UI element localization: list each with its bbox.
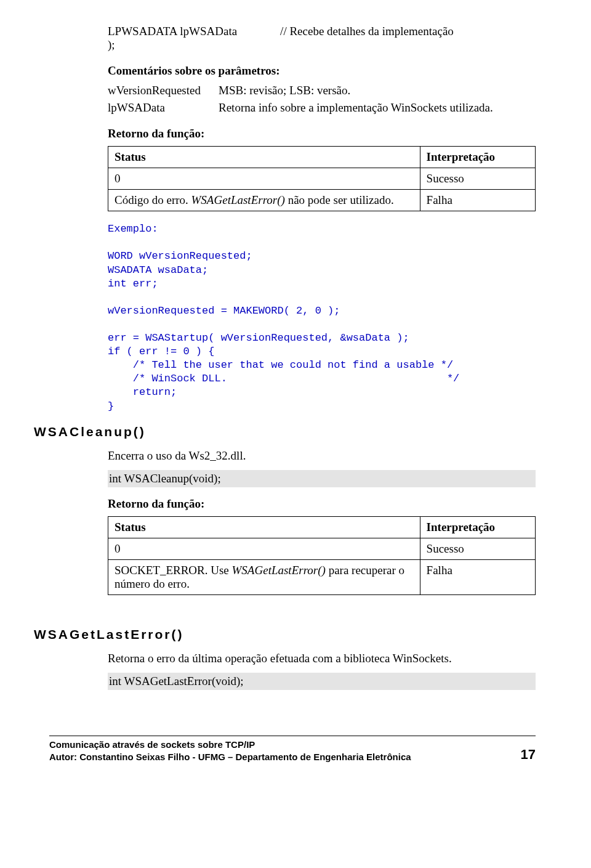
text: SOCKET_ERROR. Use — [115, 564, 232, 577]
table-cell: Falha — [420, 560, 535, 595]
text: não pode ser utilizado. — [285, 193, 394, 206]
table-header: Interpretação — [420, 517, 535, 538]
sig-comment: // Recebe detalhes da implementação — [280, 25, 454, 52]
italic-text: WSAGetLastError() — [191, 193, 285, 206]
sig-left-text: LPWSADATA lpWSAData ); — [108, 25, 237, 52]
return-heading: Retorno da função: — [108, 126, 536, 142]
footer-line1: Comunicação através de sockets sobre TCP… — [49, 739, 255, 750]
page-footer: Comunicação através de sockets sobre TCP… — [0, 736, 591, 781]
signature-line: LPWSADATA lpWSAData ); // Recebe detalhe… — [108, 25, 536, 52]
table-row: SOCKET_ERROR. Use WSAGetLastError() para… — [108, 560, 536, 595]
table-cell: Sucesso — [420, 538, 535, 560]
italic-text: WSAGetLastError() — [232, 564, 326, 577]
table-cell: 0 — [108, 538, 420, 560]
table-header: Status — [108, 517, 420, 538]
footer-line2: Autor: Constantino Seixas Filho - UFMG –… — [49, 752, 411, 762]
table-cell: Código do erro. WSAGetLastError() não po… — [108, 190, 420, 211]
table-cell: Falha — [420, 190, 535, 211]
table-cell: SOCKET_ERROR. Use WSAGetLastError() para… — [108, 560, 420, 595]
param-desc: MSB: revisão; LSB: versão. — [219, 84, 536, 97]
param-name: wVersionRequested — [108, 84, 219, 97]
wsacleanup-desc: Encerra o uso da Ws2_32.dll. — [108, 449, 536, 463]
table-header: Interpretação — [420, 147, 535, 168]
param-block: wVersionRequested MSB: revisão; LSB: ver… — [108, 84, 536, 115]
page-number: 17 — [521, 747, 536, 763]
footer-text: Comunicação através de sockets sobre TCP… — [49, 739, 411, 763]
param-desc: Retorna info sobre a implementação WinSo… — [219, 101, 536, 115]
footer-rule — [49, 736, 536, 736]
wsagetlasterror-prototype: int WSAGetLastError(void); — [108, 673, 536, 690]
param-row: wVersionRequested MSB: revisão; LSB: ver… — [108, 84, 536, 97]
table-row: Status Interpretação — [108, 147, 536, 168]
wsacleanup-prototype: int WSACleanup(void); — [108, 470, 536, 487]
table-row: Código do erro. WSAGetLastError() não po… — [108, 190, 536, 211]
table-row: 0 Sucesso — [108, 168, 536, 190]
table-row: Status Interpretação — [108, 517, 536, 538]
wsagetlasterror-heading: WSAGetLastError() — [34, 627, 536, 642]
table-row: 0 Sucesso — [108, 538, 536, 560]
return-heading: Retorno da função: — [108, 496, 536, 512]
param-row: lpWSAData Retorna info sobre a implement… — [108, 101, 536, 115]
wsacleanup-heading: WSACleanup() — [34, 424, 536, 439]
param-name: lpWSAData — [108, 101, 219, 115]
table-header: Status — [108, 147, 420, 168]
comments-heading: Comentários sobre os parâmetros: — [108, 63, 536, 79]
table-cell: Sucesso — [420, 168, 535, 190]
return-table-2: Status Interpretação 0 Sucesso SOCKET_ER… — [108, 516, 536, 595]
wsagetlasterror-desc: Retorna o erro da última operação efetua… — [108, 652, 536, 665]
return-table-1: Status Interpretação 0 Sucesso Código do… — [108, 146, 536, 211]
code-example-1: Exemplo: WORD wVersionRequested; WSADATA… — [108, 222, 536, 413]
table-cell: 0 — [108, 168, 420, 190]
text: Código do erro. — [115, 193, 191, 206]
